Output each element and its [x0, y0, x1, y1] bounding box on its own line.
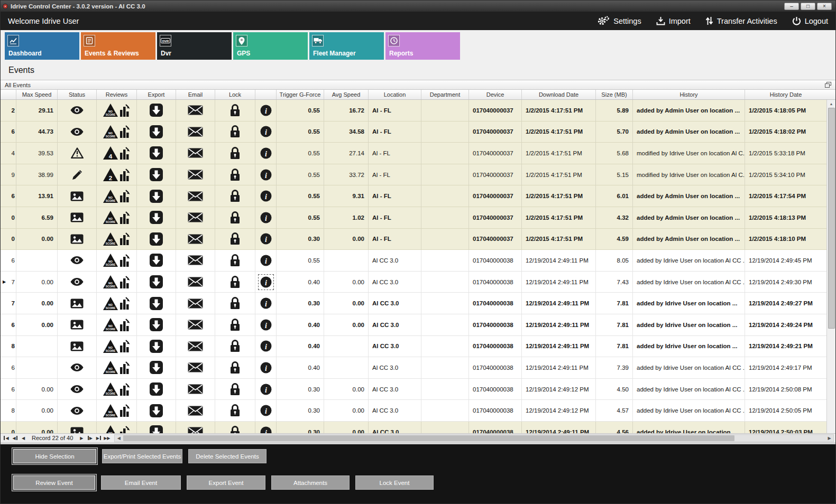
table-row[interactable]: 6NOSCOREi0.55Al CC 3.001704000003812/19/… [1, 250, 826, 272]
import-action[interactable]: Import [656, 16, 691, 25]
info-cell[interactable]: i [255, 400, 277, 421]
table-row[interactable]: 938.992i0.5533.72Al - FL0170400000371/2/… [1, 164, 826, 186]
lock-cell[interactable] [215, 379, 255, 400]
export-cell[interactable] [137, 229, 176, 250]
column-header-info[interactable] [255, 90, 277, 99]
export-cell[interactable] [137, 422, 176, 433]
export-cell[interactable] [137, 100, 176, 121]
status-cell[interactable] [58, 293, 97, 314]
column-header-history_date[interactable]: History Date [745, 90, 826, 99]
scroll-up-icon[interactable]: ▲ [830, 100, 833, 107]
table-row[interactable]: ▶70.00NOSCOREi0.400.00Al CC 3.0017040000… [1, 272, 826, 293]
vertical-scrollbar[interactable]: ▲ [826, 100, 835, 433]
status-cell[interactable] [58, 379, 97, 400]
vertical-scroll-thumb[interactable] [828, 108, 835, 329]
reviews-cell[interactable]: NOSCORE [97, 229, 137, 250]
last-page-button[interactable]: ▶▶ [103, 434, 111, 442]
info-cell[interactable]: i [255, 229, 277, 250]
export-cell[interactable] [137, 336, 176, 357]
table-row[interactable]: 613.91NOSCOREi0.559.31Al - FL01704000003… [1, 185, 826, 207]
lock-cell[interactable] [215, 357, 255, 378]
lock-cell[interactable] [215, 293, 255, 314]
column-header-edge[interactable] [8, 90, 16, 99]
table-row[interactable]: 06.59NOSCOREi0.551.02Al - FL017040000037… [1, 207, 826, 229]
tab-reports[interactable]: Reports [385, 32, 460, 60]
email-cell[interactable] [176, 143, 215, 164]
export-cell[interactable] [137, 185, 176, 207]
prev-record-button[interactable]: ◀ [19, 434, 27, 442]
info-cell[interactable]: i [255, 207, 277, 228]
status-cell[interactable] [58, 422, 97, 433]
column-header-department[interactable]: Department [421, 90, 469, 99]
export-cell[interactable] [137, 272, 176, 293]
reviews-cell[interactable]: NOSCORE [97, 293, 137, 314]
column-header-max_speed[interactable]: Max Speed [16, 90, 58, 99]
export-cell[interactable] [137, 122, 176, 143]
email-cell[interactable] [176, 100, 215, 121]
lock-cell[interactable] [215, 272, 255, 293]
email-cell[interactable] [176, 314, 215, 335]
review-event-button[interactable]: Review Event [13, 475, 95, 490]
info-cell[interactable]: i [255, 272, 277, 293]
lock-cell[interactable] [215, 400, 255, 421]
info-cell[interactable]: i [255, 250, 277, 271]
export-cell[interactable] [137, 379, 176, 400]
email-cell[interactable] [176, 250, 215, 271]
status-cell[interactable] [58, 272, 97, 293]
export-cell[interactable] [137, 314, 176, 335]
email-event-button[interactable]: Email Event [101, 475, 181, 490]
lock-cell[interactable] [215, 185, 255, 207]
info-cell[interactable]: i [255, 314, 277, 335]
reviews-cell[interactable]: NOSCORE [97, 336, 137, 357]
scroll-right-icon[interactable]: ▶ [825, 436, 833, 441]
table-row[interactable]: 70.00NOSCOREi0.300.00Al CC 3.00170400000… [1, 293, 826, 314]
info-cell[interactable]: i [255, 185, 277, 207]
reviews-cell[interactable]: 4 [97, 143, 137, 164]
column-header-size_mb[interactable]: Size (MB) [596, 90, 633, 99]
email-cell[interactable] [176, 229, 215, 250]
lock-cell[interactable] [215, 164, 255, 185]
hide-selection-button[interactable]: Hide Selection [13, 449, 96, 463]
tab-fleet-manager[interactable]: Fleet Manager [309, 32, 384, 60]
status-cell[interactable] [58, 100, 97, 121]
email-cell[interactable] [176, 207, 215, 228]
email-cell[interactable] [176, 422, 215, 433]
email-cell[interactable] [176, 272, 215, 293]
export-cell[interactable] [137, 143, 176, 164]
status-cell[interactable] [58, 314, 97, 335]
status-cell[interactable] [58, 250, 97, 271]
status-cell[interactable] [58, 229, 97, 250]
status-cell[interactable] [58, 122, 97, 143]
lock-cell[interactable] [215, 336, 255, 357]
close-button[interactable]: × [817, 3, 832, 10]
maximize-button[interactable]: □ [801, 3, 815, 10]
status-cell[interactable] [58, 164, 97, 185]
horizontal-scroll-thumb[interactable] [123, 435, 734, 441]
email-cell[interactable] [176, 293, 215, 314]
lock-cell[interactable] [215, 314, 255, 335]
column-header-marker[interactable] [1, 90, 8, 99]
info-cell[interactable]: i [255, 100, 277, 121]
column-header-device[interactable]: Device [469, 90, 522, 99]
lock-cell[interactable] [215, 143, 255, 164]
logout-action[interactable]: Logout [792, 16, 828, 25]
lock-cell[interactable] [215, 229, 255, 250]
lock-cell[interactable] [215, 250, 255, 271]
reviews-cell[interactable]: NOSCORE [97, 272, 137, 293]
status-cell[interactable] [58, 143, 97, 164]
info-cell[interactable]: i [255, 422, 277, 433]
transfer-activities-action[interactable]: Transfer Activities [705, 16, 777, 25]
info-cell[interactable]: i [255, 122, 277, 143]
tab-gps[interactable]: GPS [233, 32, 308, 60]
tab-dashboard[interactable]: Dashboard [5, 32, 79, 60]
info-cell[interactable]: i [255, 164, 277, 185]
column-header-email[interactable]: Email [176, 90, 215, 99]
info-cell[interactable]: i [255, 357, 277, 378]
table-row[interactable]: 8NOSCOREi0.40Al CC 3.001704000003812/19/… [1, 336, 826, 358]
status-cell[interactable] [58, 207, 97, 228]
tab-dvr[interactable]: DVRDvr [157, 32, 232, 60]
column-header-history[interactable]: History [633, 90, 745, 99]
first-record-button[interactable]: ◀ [2, 434, 11, 442]
column-header-trigger_g_force[interactable]: Trigger G-Force [277, 90, 324, 99]
export-cell[interactable] [137, 164, 176, 185]
